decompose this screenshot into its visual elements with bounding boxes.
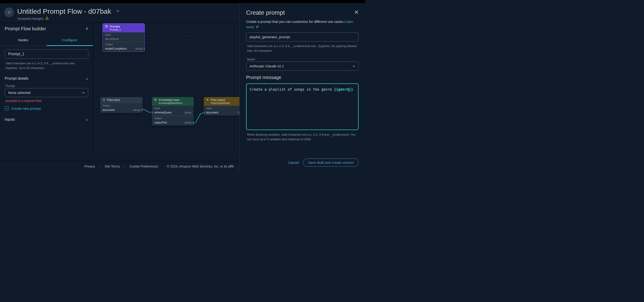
- prompt-select[interactable]: None selected: [5, 88, 88, 97]
- node-body: Output document String: [100, 103, 142, 113]
- variables-helper: When declaring variables, valid characte…: [246, 132, 358, 142]
- create-prompt-modal: Create prompt Create a prompt that you c…: [239, 3, 365, 171]
- prompt-field-label: Prompt: [5, 84, 88, 88]
- modal-description: Create a prompt that you can customize f…: [246, 19, 358, 30]
- left-panel: Prompt Flow builder Nodes Configure Vali…: [0, 23, 93, 153]
- node-input-label: Input: [103, 32, 144, 36]
- node-head-text: Prompts Prompt_1: [110, 25, 121, 31]
- node-body: Input retrievalQuery String Output outpu…: [152, 106, 194, 126]
- footer-cookies-link[interactable]: Cookie Preferences: [125, 165, 163, 168]
- node-knowledge-base[interactable]: Knowledge base KnowledgeBaseNod… Input r…: [152, 97, 194, 126]
- prompt-name-input[interactable]: [246, 32, 358, 42]
- tabs: Nodes Configure: [0, 35, 93, 46]
- node-name-input[interactable]: [5, 49, 88, 59]
- subtitle-row: Unsaved changes: [17, 16, 120, 21]
- node-output-name: modelCompletion: [105, 47, 127, 50]
- left-header: Prompt Flow builder: [0, 23, 93, 35]
- document-icon: [105, 25, 108, 29]
- svg-point-0: [47, 19, 47, 19]
- caret-down-icon: [82, 91, 85, 95]
- page-title: Untitled Prompt Flow - d07bak: [17, 8, 111, 15]
- node-name-helper: Valid characters are a-z, A-Z, 0-9, _ (u…: [5, 61, 88, 70]
- node-output-type: String: [133, 109, 140, 111]
- wire: [192, 111, 205, 125]
- node-head: Knowledge base KnowledgeBaseNod…: [152, 97, 194, 106]
- footer-copyright: © 2024, Amazon Web Services, Inc. or its…: [167, 165, 234, 168]
- node-head-text: Flow output FlowOutputNode: [211, 98, 230, 104]
- tab-configure[interactable]: Configure: [46, 35, 93, 46]
- output-port[interactable]: [142, 109, 142, 111]
- node-head-text: Knowledge base KnowledgeBaseNod…: [159, 98, 185, 104]
- node-output-label: Output: [152, 116, 194, 120]
- output-port[interactable]: [144, 48, 145, 50]
- top-strip: [0, 0, 365, 3]
- model-select-value: Anthropic Claude v2.1: [250, 64, 284, 68]
- prompt-message-title: Prompt message: [246, 75, 358, 80]
- create-new-prompt-button[interactable]: + Create new prompt: [5, 105, 88, 111]
- input-port[interactable]: [152, 111, 153, 114]
- svg-rect-1: [47, 18, 47, 19]
- node-output-type: String: [135, 47, 142, 50]
- footer: Privacy Site Terms Cookie Preferences © …: [0, 161, 239, 171]
- node-head: Flow input: [100, 97, 142, 103]
- model-label: Model: [246, 58, 358, 62]
- footer-privacy-link[interactable]: Privacy: [80, 165, 100, 168]
- modal-title: Create prompt: [246, 9, 285, 16]
- wire: [141, 108, 153, 117]
- inputs-label: Inputs: [5, 117, 15, 122]
- node-output-name: outputText: [154, 121, 167, 124]
- unsaved-label: Unsaved changes: [17, 17, 43, 21]
- prompt-message-textarea[interactable]: Create a playlist of songs in the genre …: [246, 83, 358, 130]
- node-prompts[interactable]: Prompts Prompt_1 Input Not defined Outpu…: [102, 23, 145, 52]
- prompt-details-header[interactable]: Prompt details ▲: [5, 75, 88, 82]
- save-draft-button[interactable]: Save draft and create version: [303, 158, 358, 167]
- chevron-down-icon[interactable]: [116, 9, 120, 14]
- node-flow-input[interactable]: Flow input Output document String: [100, 97, 142, 113]
- caret-up-icon: ▲: [86, 77, 88, 80]
- node-input-name: document: [206, 111, 218, 114]
- model-select[interactable]: Anthropic Claude v2.1: [246, 62, 358, 71]
- node-output-label: Output: [103, 42, 144, 46]
- caret-up-icon: ▲: [86, 118, 88, 121]
- panel-body: Valid characters are a-z, A-Z, 0-9, _ (u…: [0, 46, 93, 153]
- prompt-details-label: Prompt details: [5, 76, 28, 81]
- node-output-type: String: [184, 121, 192, 124]
- node-output-label: Output: [100, 103, 142, 107]
- node-input-value: Not defined: [105, 38, 119, 40]
- node-input-type: String: [184, 111, 192, 114]
- arrow-right-icon: [206, 98, 209, 102]
- external-link-icon: [255, 26, 259, 29]
- node-body: Input Not defined Output modelCompletion…: [103, 32, 144, 52]
- prompt-select-value: None selected: [8, 91, 30, 95]
- cancel-button[interactable]: Cancel: [288, 161, 299, 165]
- caret-down-icon: [353, 64, 355, 68]
- prompt-error: promptId is a required field: [5, 99, 88, 103]
- create-new-prompt-label: Create new prompt: [11, 107, 41, 110]
- title-wrap: Untitled Prompt Flow - d07bak Unsaved ch…: [17, 8, 120, 21]
- tab-nodes[interactable]: Nodes: [0, 35, 46, 46]
- node-head: Prompts Prompt_1: [103, 24, 144, 32]
- title-row: Untitled Prompt Flow - d07bak: [17, 8, 120, 15]
- output-port[interactable]: [193, 121, 194, 124]
- modal-header: Create prompt Create a prompt that you c…: [240, 4, 365, 32]
- collapse-icon[interactable]: [86, 27, 88, 31]
- left-title: Prompt Flow builder: [5, 26, 46, 32]
- footer-terms-link[interactable]: Site Terms: [100, 165, 125, 168]
- svg-rect-6: [154, 99, 156, 101]
- node-output-name: document: [102, 108, 115, 112]
- warning-icon: [45, 16, 49, 21]
- node-input-name: retrievalQuery: [154, 111, 172, 114]
- modal-body: Valid characters are a-z, A-Z, 0-9, _ (u…: [240, 32, 365, 155]
- arrow-right-icon: [102, 98, 105, 102]
- inputs-header[interactable]: Inputs ▲: [5, 116, 88, 123]
- modal-footer: Cancel Save draft and create version: [240, 155, 365, 171]
- book-icon: [154, 98, 157, 102]
- avatar: U: [4, 8, 14, 17]
- node-input-label: Input: [152, 106, 194, 110]
- plus-icon: +: [5, 106, 9, 110]
- input-port[interactable]: [204, 111, 205, 114]
- prompt-name-helper: Valid characters are a-z, A-Z, 0-9, _ (u…: [246, 44, 358, 53]
- close-icon[interactable]: [354, 10, 358, 15]
